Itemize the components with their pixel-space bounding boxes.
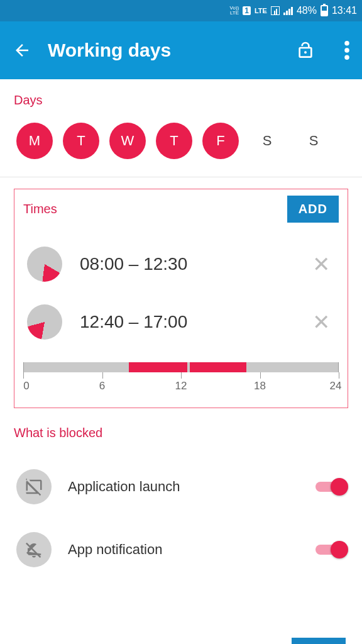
day-toggle-0[interactable]: M xyxy=(16,123,53,159)
remove-time-icon[interactable]: ✕ xyxy=(307,251,335,277)
time-range-row[interactable]: 08:00 – 12:30 ✕ xyxy=(23,235,339,293)
time-pie-icon xyxy=(27,304,62,340)
day-toggle-4[interactable]: F xyxy=(202,123,239,159)
blocked-row: Application launch xyxy=(14,455,348,518)
blocked-label: App notification xyxy=(68,541,299,558)
page-title: Working days xyxy=(48,40,279,61)
bell-off-icon xyxy=(16,532,52,567)
times-section-title: Times xyxy=(23,202,57,216)
sim-indicator: 1 xyxy=(243,6,251,15)
timeline-segment xyxy=(129,362,188,372)
svg-point-2 xyxy=(344,55,349,60)
more-vert-icon[interactable] xyxy=(344,41,349,60)
day-toggle-2[interactable]: W xyxy=(109,123,146,159)
days-section-title: Days xyxy=(14,93,348,108)
clock: 13:41 xyxy=(332,5,357,16)
lock-open-icon[interactable] xyxy=(295,40,315,60)
timeline-tick-label: 12 xyxy=(175,380,187,392)
blocked-row: App notification xyxy=(14,518,348,581)
volte-indicator: Vo)) LTE xyxy=(230,6,239,16)
back-arrow-icon[interactable] xyxy=(13,41,31,60)
day-toggle-1[interactable]: T xyxy=(63,123,99,159)
partial-button[interactable] xyxy=(292,638,346,644)
time-range-row[interactable]: 12:40 – 17:00 ✕ xyxy=(23,293,339,351)
blocked-toggle[interactable] xyxy=(315,478,346,496)
times-box: Times ADD 08:00 – 12:30 ✕ 12:40 – 17:00 … xyxy=(14,189,348,408)
time-range-label: 08:00 – 12:30 xyxy=(80,254,290,274)
svg-point-1 xyxy=(344,48,349,53)
svg-point-0 xyxy=(344,41,349,46)
blocked-label: Application launch xyxy=(68,479,299,495)
battery-percent: 48% xyxy=(297,5,317,16)
add-time-button[interactable]: ADD xyxy=(287,196,339,223)
timeline-tick-label: 24 xyxy=(330,380,342,392)
time-pie-icon xyxy=(27,247,62,282)
blocked-section-title: What is blocked xyxy=(14,426,348,440)
divider xyxy=(0,177,362,177)
laptop-off-icon xyxy=(16,469,52,504)
remove-time-icon[interactable]: ✕ xyxy=(307,309,335,335)
days-row: MTWTFSS xyxy=(14,123,348,159)
status-bar: Vo)) LTE 1 LTE 48% 13:41 xyxy=(0,0,362,21)
time-range-label: 12:40 – 17:00 xyxy=(80,312,290,332)
timeline-tick-label: 18 xyxy=(254,380,266,392)
day-toggle-3[interactable]: T xyxy=(156,123,192,159)
timeline-tick-label: 0 xyxy=(23,380,29,392)
day-toggle-6[interactable]: S xyxy=(295,123,332,159)
blocked-toggle[interactable] xyxy=(315,541,346,558)
app-bar: Working days xyxy=(0,21,362,79)
timeline-segment xyxy=(190,362,246,372)
lte-indicator: LTE xyxy=(255,7,267,14)
timeline: 06121824 xyxy=(23,362,339,394)
battery-icon xyxy=(321,5,328,16)
timeline-tick-label: 6 xyxy=(99,380,105,392)
day-toggle-5[interactable]: S xyxy=(249,123,285,159)
signal-icon xyxy=(283,6,293,15)
